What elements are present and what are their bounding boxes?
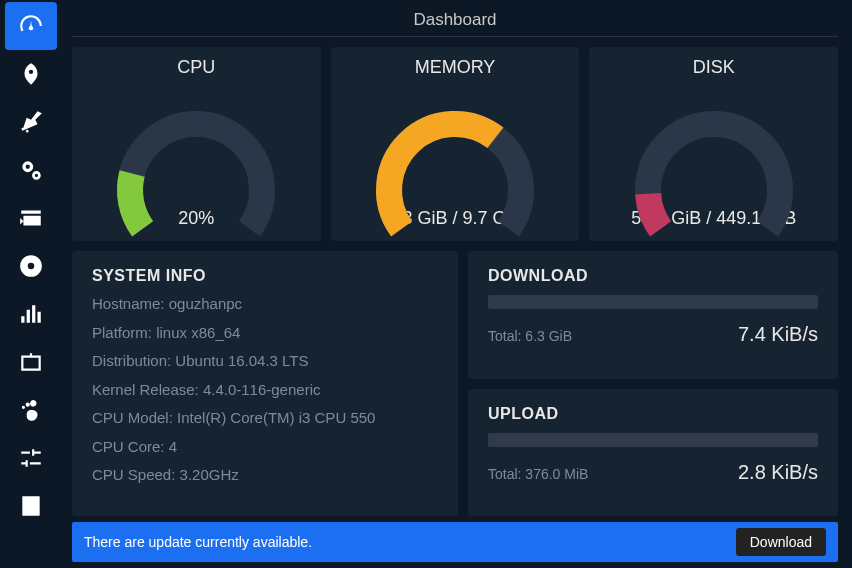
sidebar-item-cleaner[interactable] [5,50,57,98]
package-icon [18,349,44,375]
disk-card: DISK 56.7 GiB / 449.1 GiB [589,47,838,241]
sidebar-item-tuner[interactable] [5,434,57,482]
upload-total: Total: 376.0 MiB [488,466,588,482]
sidebar-item-packages[interactable] [5,338,57,386]
system-info-panel: SYSTEM INFO Hostname: oguzhanpc Platform… [72,251,458,516]
broom-icon [18,109,44,135]
sliders-icon [18,445,44,471]
sysinfo-kernel: Kernel Release: 4.4.0-116-generic [92,379,438,402]
network-column: DOWNLOAD Total: 6.3 GiB 7.4 KiB/s UPLOAD… [468,251,838,516]
download-button[interactable]: Download [736,528,826,556]
sysinfo-hostname: Hostname: oguzhanpc [92,293,438,316]
sidebar-item-startup[interactable] [5,194,57,242]
sidebar-item-logs[interactable] [5,482,57,530]
sidebar-item-dashboard[interactable] [5,2,57,50]
upload-rate: 2.8 KiB/s [738,461,818,484]
sidebar-item-settings[interactable] [5,146,57,194]
lower-row: SYSTEM INFO Hostname: oguzhanpc Platform… [72,251,838,516]
svg-point-0 [29,26,33,30]
sidebar-item-sweep[interactable] [5,98,57,146]
gauge-icon [18,13,44,39]
sysinfo-cpu-core: CPU Core: 4 [92,436,438,459]
gears-icon [18,157,44,183]
main-content: Dashboard CPU 20% MEMORY 6.3 GiB / 9.7 G… [62,0,852,568]
page-title: Dashboard [72,10,838,37]
upload-bar [488,433,818,447]
gauge-row: CPU 20% MEMORY 6.3 GiB / 9.7 GiB DISK 56… [72,47,838,241]
disk-gauge [614,80,814,210]
sysinfo-platform: Platform: linux x86_64 [92,322,438,345]
sidebar-item-gnome[interactable] [5,386,57,434]
download-total: Total: 6.3 GiB [488,328,572,344]
window-icon [18,205,44,231]
memory-gauge [355,80,555,210]
rocket-icon [18,61,44,87]
foot-icon [18,397,44,423]
update-message: There are update currently available. [84,534,736,550]
bars-icon [18,301,44,327]
download-bar [488,295,818,309]
memory-card: MEMORY 6.3 GiB / 9.7 GiB [331,47,580,241]
memory-label: MEMORY [415,57,496,78]
sidebar-item-services[interactable] [5,242,57,290]
sysinfo-distribution: Distribution: Ubuntu 16.04.3 LTS [92,350,438,373]
upload-panel: UPLOAD Total: 376.0 MiB 2.8 KiB/s [468,389,838,517]
download-rate: 7.4 KiB/s [738,323,818,346]
notes-icon [18,493,44,519]
sysinfo-cpu-model: CPU Model: Intel(R) Core(TM) i3 CPU 550 [92,407,438,430]
sidebar-item-process[interactable] [5,290,57,338]
upload-title: UPLOAD [488,405,818,423]
cpu-label: CPU [177,57,215,78]
update-bar: There are update currently available. Do… [72,522,838,562]
sysinfo-cpu-speed: CPU Speed: 3.20GHz [92,464,438,487]
disk-label: DISK [693,57,735,78]
sidebar [0,0,62,568]
disc-icon [18,253,44,279]
cpu-gauge [96,80,296,210]
cpu-card: CPU 20% [72,47,321,241]
